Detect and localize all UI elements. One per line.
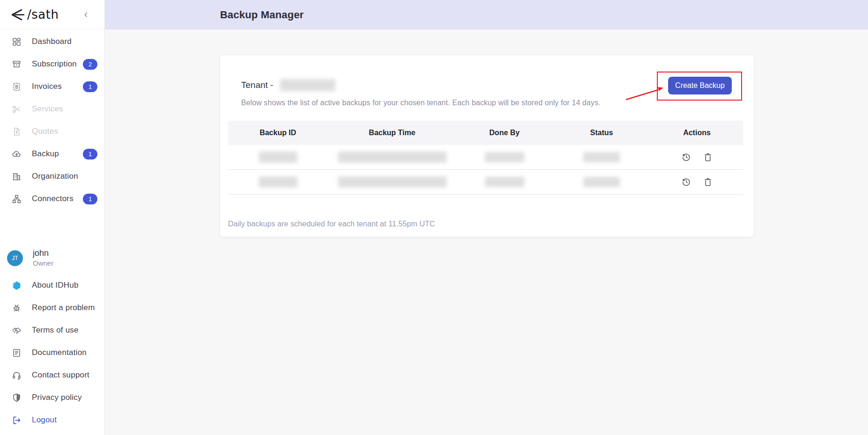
sidebar-item-label: Terms of use: [32, 326, 79, 335]
sidebar-item-label: Contact support: [32, 370, 89, 380]
user-role: Owner: [33, 259, 53, 268]
sidebar-header: /sath ‹: [0, 0, 104, 29]
sidebar-item-documentation[interactable]: Documentation: [0, 341, 104, 364]
sidebar-footer-nav: About IDHub Report a problem: [0, 274, 104, 431]
tenant-value-redacted: [280, 79, 335, 91]
sath-logo-mark-icon: [8, 7, 24, 22]
sidebar-item-services: Services: [0, 98, 104, 120]
subscription-badge: 2: [83, 59, 97, 70]
sidebar-item-label: Organization: [32, 172, 78, 181]
sidebar-item-label: Dashboard: [32, 37, 72, 46]
chevron-left-icon: ‹: [84, 8, 88, 20]
done-by-redacted: [485, 177, 524, 187]
tenant-row: Tenant -: [241, 79, 335, 92]
app-screen: /sath ‹ Dashboard: [0, 0, 868, 435]
sidebar-item-label: Documentation: [32, 348, 87, 357]
avatar: JT: [7, 250, 23, 266]
sidebar-item-label: Backup: [32, 149, 59, 159]
table-row: [228, 170, 743, 195]
sidebar-item-backup[interactable]: Backup 1: [0, 143, 104, 165]
sidebar-item-logout[interactable]: Logout: [0, 409, 104, 431]
sidebar-item-contact-support[interactable]: Contact support: [0, 364, 104, 386]
user-profile[interactable]: JT john Owner: [0, 248, 104, 268]
invoices-badge: 1: [83, 81, 97, 92]
column-header-actions: Actions: [651, 129, 743, 137]
sidebar-item-label: Connectors: [32, 194, 74, 203]
sidebar-item-label: Subscription: [32, 59, 77, 69]
user-name: john: [33, 248, 53, 259]
delete-backup-button[interactable]: [703, 177, 713, 187]
sidebar-item-terms-of-use[interactable]: Terms of use: [0, 319, 104, 341]
invoices-icon: [12, 82, 22, 92]
sidebar-item-organization[interactable]: Organization: [0, 165, 104, 188]
document-icon: [12, 348, 22, 358]
sidebar-item-label: Privacy policy: [32, 393, 82, 402]
backup-badge: 1: [83, 149, 97, 160]
column-header-backup-time: Backup Time: [328, 129, 456, 137]
brand-text: /sath: [27, 7, 59, 22]
schedule-note: Daily backups are scheduled for each ten…: [228, 220, 435, 228]
restore-backup-button[interactable]: [681, 152, 691, 162]
sidebar-item-label: Logout: [32, 415, 57, 425]
backup-time-redacted: [338, 176, 447, 188]
sidebar-nav: Dashboard Subscription 2 In: [0, 30, 104, 210]
subscription-icon: [12, 59, 22, 69]
sidebar-item-label: Quotes: [32, 127, 58, 136]
backup-card: Tenant - Below shows the list of active …: [220, 55, 754, 237]
sidebar-item-privacy-policy[interactable]: Privacy policy: [0, 386, 104, 409]
restore-history-icon: [681, 177, 691, 187]
status-redacted: [583, 177, 620, 187]
annotation-arrow-icon: [623, 85, 667, 103]
sidebar-item-quotes: Quotes: [0, 120, 104, 143]
trash-icon: [703, 177, 713, 187]
trash-icon: [703, 152, 713, 162]
sidebar-item-subscription[interactable]: Subscription 2: [0, 53, 104, 75]
sidebar-item-label: Invoices: [32, 82, 62, 91]
delete-backup-button[interactable]: [703, 152, 713, 162]
sidebar-item-connectors[interactable]: Connectors 1: [0, 188, 104, 210]
connectors-badge: 1: [83, 194, 97, 204]
topbar: Backup Manager: [105, 0, 868, 29]
card-description: Below shows the list of active backups f…: [241, 99, 601, 107]
sidebar-item-label: Services: [32, 104, 63, 114]
page-title: Backup Manager: [220, 9, 304, 21]
sidebar-item-label: Report a problem: [32, 303, 95, 312]
backup-id-redacted: [259, 152, 297, 163]
headset-icon: [12, 370, 22, 380]
handshake-icon: [12, 326, 22, 335]
sidebar-item-about-idhub[interactable]: About IDHub: [0, 274, 104, 297]
sidebar-item-dashboard[interactable]: Dashboard: [0, 30, 104, 53]
backup-time-redacted: [338, 152, 447, 163]
table-header-row: Backup ID Backup Time Done By Status Act…: [228, 121, 743, 145]
restore-history-icon: [681, 152, 691, 162]
backup-id-redacted: [259, 176, 297, 188]
sidebar-item-report-problem[interactable]: Report a problem: [0, 297, 104, 319]
table-row: [228, 145, 743, 170]
create-backup-button[interactable]: Create Backup: [668, 77, 732, 94]
scissors-icon: [12, 104, 22, 114]
sidebar: /sath ‹ Dashboard: [0, 0, 105, 435]
quote-file-icon: [12, 127, 22, 137]
sath-logo: /sath: [8, 7, 59, 22]
sitemap-icon: [12, 194, 22, 204]
column-header-done-by: Done By: [456, 129, 552, 137]
building-icon: [12, 172, 22, 181]
column-header-backup-id: Backup ID: [228, 129, 328, 137]
sidebar-item-invoices[interactable]: Invoices 1: [0, 75, 104, 98]
status-redacted: [583, 152, 620, 162]
done-by-redacted: [485, 152, 524, 162]
backup-table: Backup ID Backup Time Done By Status Act…: [228, 121, 743, 195]
hexagon-idhub-icon: [12, 281, 22, 290]
bug-icon: [12, 303, 22, 313]
content-area: Tenant - Below shows the list of active …: [105, 29, 868, 435]
cloud-upload-icon: [12, 149, 22, 159]
logout-icon: [12, 415, 22, 425]
tenant-label: Tenant -: [241, 80, 273, 90]
restore-backup-button[interactable]: [681, 177, 691, 187]
shield-icon: [12, 393, 22, 403]
collapse-sidebar-button[interactable]: ‹: [84, 9, 88, 20]
column-header-status: Status: [552, 129, 651, 137]
sidebar-item-label: About IDHub: [32, 281, 79, 290]
dashboard-icon: [12, 37, 22, 47]
